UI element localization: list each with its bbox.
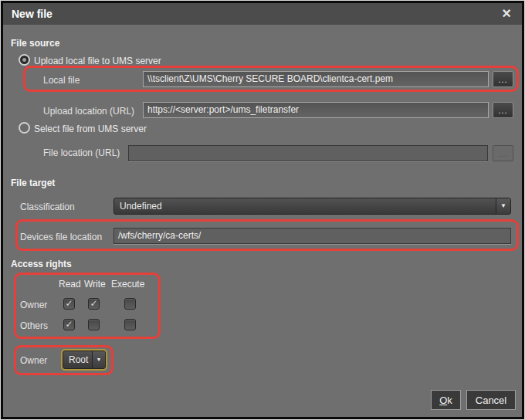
- chevron-down-icon[interactable]: ▼: [92, 351, 105, 368]
- owner-write-checkbox[interactable]: ✓: [88, 298, 100, 310]
- upload-location-label: Upload location (URL): [43, 106, 134, 117]
- classification-dropdown[interactable]: Undefined ▼: [113, 198, 511, 215]
- ok-button-accel: O: [439, 395, 447, 406]
- column-header-read: Read: [59, 279, 81, 290]
- owner-dropdown[interactable]: Root ▼: [63, 351, 106, 369]
- file-source-heading: File source: [11, 38, 59, 49]
- classification-value: Undefined: [114, 198, 510, 214]
- dialog-titlebar: New file ×: [3, 3, 522, 25]
- upload-location-browse-button[interactable]: ...: [493, 102, 513, 118]
- local-file-input[interactable]: \\tsclient\Z\UMS\Cherry SECURE BOARD\cli…: [143, 71, 489, 87]
- close-icon[interactable]: ×: [498, 3, 515, 25]
- owner-execute-checkbox[interactable]: [124, 298, 136, 310]
- others-row-label: Others: [20, 320, 48, 331]
- file-target-heading: File target: [11, 178, 55, 188]
- devices-file-location-input[interactable]: /wfs/cherry/ca-certs/: [113, 228, 511, 244]
- classification-label: Classification: [20, 202, 75, 212]
- others-write-checkbox[interactable]: [88, 319, 100, 330]
- radio-upload-local-file-label[interactable]: Upload local file to UMS server: [34, 56, 161, 66]
- local-file-browse-button[interactable]: ...: [493, 71, 513, 87]
- new-file-dialog: New file × File source Upload local file…: [0, 0, 525, 420]
- owner-dropdown-label: Owner: [20, 355, 47, 366]
- cancel-button[interactable]: Cancel: [466, 390, 516, 410]
- ok-button-rest: k: [447, 395, 452, 406]
- radio-upload-local-file[interactable]: [19, 54, 30, 66]
- file-location-browse-button: ...: [493, 145, 513, 161]
- owner-read-checkbox[interactable]: ✓: [63, 298, 75, 310]
- chevron-down-icon[interactable]: ▼: [496, 198, 510, 214]
- file-location-input[interactable]: [128, 145, 488, 161]
- local-file-label: Local file: [43, 75, 80, 86]
- column-header-execute: Execute: [111, 279, 144, 290]
- others-read-checkbox[interactable]: ✓: [63, 319, 75, 330]
- ok-button[interactable]: Ok: [431, 390, 461, 410]
- devices-file-location-label: Devices file location: [20, 232, 102, 242]
- access-rights-heading: Access rights: [11, 259, 72, 269]
- upload-location-input[interactable]: https://<server:port>/ums_filetransfer: [143, 102, 489, 118]
- radio-select-from-ums-label[interactable]: Select file from UMS server: [34, 124, 147, 134]
- others-execute-checkbox[interactable]: [124, 319, 136, 330]
- dialog-title: New file: [12, 3, 52, 25]
- column-header-write: Write: [84, 279, 106, 290]
- owner-row-label: Owner: [20, 300, 47, 310]
- file-location-label: File location (URL): [43, 147, 120, 158]
- radio-select-from-ums[interactable]: [19, 122, 30, 134]
